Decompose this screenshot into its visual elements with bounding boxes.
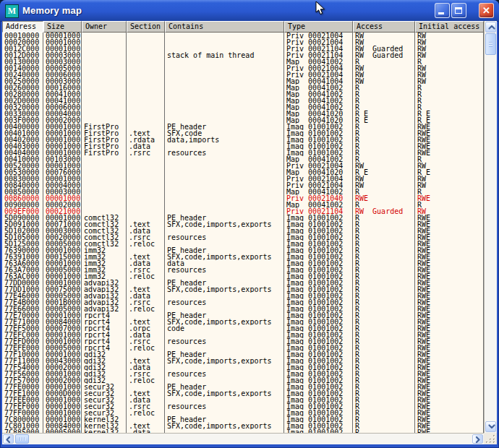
column-header-owner[interactable]: Owner	[82, 21, 127, 33]
memory-row-77FEE000[interactable]: 77FEE00000001000secur32.dataImag 0100100…	[2, 397, 484, 403]
memory-row-00900000[interactable]: 0090000000002000Map 00041002RR	[2, 202, 484, 208]
memory-row-00280000[interactable]: 0028000000041000Map 00041002RR	[2, 91, 484, 98]
memory-row-003F0000[interactable]: 003F000000002000Map 00041020R ER E	[2, 117, 484, 124]
memory-row-77DD0000[interactable]: 77DD000000001000advapi32PE headerImag 01…	[2, 280, 484, 286]
memory-row-00250000[interactable]: 0025000000003000Map 00041004RWRW	[2, 78, 484, 85]
memory-row-77F11000[interactable]: 77F1100000043000gdi32.textSFX,code,impor…	[2, 358, 484, 364]
cell-section: .rsrc	[127, 371, 165, 377]
horizontal-scrollbar[interactable]	[2, 433, 484, 444]
memory-row-00260000[interactable]: 0026000000016000Map 00041002RR	[2, 85, 484, 91]
title-bar[interactable]: M Memory map ✕	[0, 0, 499, 22]
memory-row-5D105000[interactable]: 5D10500000020000comctl32.rsrcresourcesIm…	[2, 234, 484, 241]
cell-access: R	[353, 293, 415, 299]
memory-row-00860000[interactable]: 0086000000001000Priv 00021040RWERWE	[2, 195, 484, 202]
memory-row-77F10000[interactable]: 77F1000000001000gdi32PE headerImag 01001…	[2, 351, 484, 358]
memory-table-body[interactable]: 0001000000001000Priv 00021004RWRW0002000…	[2, 33, 484, 433]
cell-contains	[165, 78, 284, 85]
memory-row-7C800000[interactable]: 7C80000000001000kernel32PE headerImag 01…	[2, 416, 484, 423]
cell-section: .reloc	[127, 345, 165, 351]
memory-row-5D125000[interactable]: 5D12500000005000comctl32.relocImag 01001…	[2, 241, 484, 247]
column-header-access[interactable]: Access	[353, 21, 415, 33]
memory-row-0012C000[interactable]: 0012C00000001000Priv 00021104RW GuardedR…	[2, 46, 484, 52]
column-header-initial-access[interactable]: Initial access	[415, 21, 484, 33]
memory-row-5D091000[interactable]: 5D09100000071000comctl32.textSFX,code,im…	[2, 221, 484, 228]
scroll-down-button[interactable]	[485, 421, 496, 432]
memory-row-00140000[interactable]: 0014000000005000Priv 00021004RWRW	[2, 65, 484, 72]
memory-row-00010000[interactable]: 0001000000001000Priv 00021004RWRW	[2, 33, 484, 39]
vertical-scrollbar[interactable]	[484, 21, 497, 433]
memory-row-00020000[interactable]: 0002000000001000Priv 00021004RWRW	[2, 39, 484, 46]
memory-row-77FEF000[interactable]: 77FEF00000001000secur32.rsrcresourcesIma…	[2, 403, 484, 410]
cell-address: 00850000	[2, 189, 43, 195]
memory-row-00530000[interactable]: 0053000000076000Map 00041020R ER E	[2, 169, 484, 176]
cell-contains: resources	[165, 338, 284, 345]
memory-map-window: M Memory map ✕ AddressSizeOwnerSectionCo…	[0, 0, 499, 448]
cell-section: .text	[127, 221, 165, 228]
cell-owner: rpcrt4	[82, 338, 127, 345]
memory-row-77EFE000[interactable]: 77EFE00000005000rpcrt4.relocImag 0100100…	[2, 345, 484, 351]
memory-row-77F54000[interactable]: 77F5400000002000gdi32.dataImag 01001002R…	[2, 364, 484, 371]
close-button[interactable]: ✕	[479, 3, 494, 18]
horizontal-scroll-thumb[interactable]	[15, 434, 29, 444]
memory-row-77DD1000[interactable]: 77DD100000075000advapi32.textSFX,code,im…	[2, 286, 484, 293]
scroll-up-button[interactable]	[485, 22, 496, 33]
cell-size: 00001000	[43, 416, 82, 423]
memory-row-76391000[interactable]: 7639100000015000imm32.textSFX,code,impor…	[2, 254, 484, 260]
memory-row-5D102000[interactable]: 5D10200000003000comctl32.dataImag 010010…	[2, 228, 484, 234]
memory-row-00830000[interactable]: 0083000000001000Priv 00021004RWRW	[2, 176, 484, 182]
column-header-size[interactable]: Size	[43, 21, 82, 33]
memory-row-76390000[interactable]: 7639000000001000imm32PE headerImag 01001…	[2, 247, 484, 254]
memory-row-00130000[interactable]: 0013000000003000Map 00041002RR	[2, 59, 484, 65]
column-header-section[interactable]: Section	[127, 21, 165, 33]
memory-row-00403000[interactable]: 0040300000001000FirstPro.dataImag 010010…	[2, 143, 484, 150]
column-header-address[interactable]: Address	[2, 21, 43, 33]
maximize-button[interactable]	[451, 3, 466, 18]
memory-row-77FE0000[interactable]: 77FE000000001000secur32PE headerImag 010…	[2, 384, 484, 390]
memory-row-77EFD000[interactable]: 77EFD00000001000rpcrt4.rsrcresourcesImag…	[2, 338, 484, 345]
memory-row-00320000[interactable]: 0032000000006000Map 00041002RR	[2, 104, 484, 111]
scroll-right-button[interactable]	[472, 434, 483, 444]
column-header-type[interactable]: Type	[284, 21, 353, 33]
memory-row-00330000[interactable]: 0033000000004000Map 00041020R ER E	[2, 111, 484, 117]
memory-row-77E4B000[interactable]: 77E4B0000001B000advapi32.rsrcresourcesIm…	[2, 299, 484, 306]
memory-row-77E70000[interactable]: 77E7000000001000rpcrt4PE headerImag 0100…	[2, 312, 484, 319]
cell-initial-access: RWE	[415, 260, 484, 267]
memory-row-77E66000[interactable]: 77E6600000005000advapi32.relocImag 01001…	[2, 306, 484, 312]
vertical-scroll-thumb[interactable]	[485, 33, 496, 55]
resize-grip[interactable]	[484, 433, 497, 444]
cell-access: R	[353, 410, 415, 416]
memory-row-77F57000[interactable]: 77F5700000002000gdi32.relocImag 01001002…	[2, 377, 484, 384]
cell-type: Map 00041002	[284, 104, 353, 111]
memory-row-00402000[interactable]: 0040200000001000FirstPro.rdatadata,impor…	[2, 137, 484, 143]
memory-row-77FE1000[interactable]: 77FE10000000D000secur32.textSFX,code,imp…	[2, 390, 484, 397]
memory-row-77E46000[interactable]: 77E4600000005000advapi32.dataImag 010010…	[2, 293, 484, 299]
memory-row-763A7000[interactable]: 763A700000005000imm32.rsrcresourcesImag …	[2, 267, 484, 273]
memory-row-00850000[interactable]: 0085000000003000Map 00041002RR	[2, 189, 484, 195]
memory-row-77EFC000[interactable]: 77EFC00000001000rpcrt4.dataImag 01001002…	[2, 332, 484, 338]
memory-row-00520000[interactable]: 0052000000001000Priv 00021004RWRW	[2, 163, 484, 169]
memory-row-00400000[interactable]: 0040000000001000FirstProPE headerImag 01…	[2, 124, 484, 130]
minimize-button[interactable]	[435, 3, 450, 18]
memory-row-5D090000[interactable]: 5D09000000001000comctl32PE headerImag 01…	[2, 215, 484, 221]
memory-row-00401000[interactable]: 0040100000001000FirstPro.textSFX,codeIma…	[2, 130, 484, 137]
memory-row-002D0000[interactable]: 002D000000041000Map 00041002RR	[2, 98, 484, 104]
memory-row-00410000[interactable]: 0041000000103000Map 00041002RR	[2, 156, 484, 163]
cell-contains: PE header	[165, 416, 284, 423]
memory-row-009EF000[interactable]: 009EF00000021000Priv 00021104RW GuardedR…	[2, 208, 484, 215]
memory-row-77EF5000[interactable]: 77EF500000007000rpcrt4.orpccodeImag 0100…	[2, 325, 484, 332]
memory-row-00404000[interactable]: 0040400000001000FirstPro.rsrcresourcesIm…	[2, 150, 484, 156]
column-header-contains[interactable]: Contains	[165, 21, 284, 33]
memory-row-00840000[interactable]: 0084000000004000Priv 00021004RWRW	[2, 182, 484, 189]
memory-row-763AC000[interactable]: 763AC00000001000imm32.relocImag 01001002…	[2, 273, 484, 280]
memory-row-77F56000[interactable]: 77F5600000001000gdi32.rsrcresourcesImag …	[2, 371, 484, 377]
scroll-left-button[interactable]	[3, 434, 14, 444]
memory-row-77E71000[interactable]: 77E7100000084000rpcrt4.textSFX,code,impo…	[2, 319, 484, 325]
memory-row-77FF0000[interactable]: 77FF000000001000secur32.relocImag 010010…	[2, 410, 484, 416]
memory-row-00240000[interactable]: 0024000000006000Priv 00021004RWRW	[2, 72, 484, 78]
memory-row-0012D000[interactable]: 0012D00000003000stack of main threadPriv…	[2, 52, 484, 59]
cell-size: 00001000	[43, 143, 82, 150]
cell-initial-access: RWE	[415, 267, 484, 273]
cell-section	[127, 280, 165, 286]
memory-row-763A6000[interactable]: 763A600000001000imm32.datadataImag 01001…	[2, 260, 484, 267]
memory-row-7C801000[interactable]: 7C80100000084000kernel32.textSFX,code,im…	[2, 423, 484, 429]
